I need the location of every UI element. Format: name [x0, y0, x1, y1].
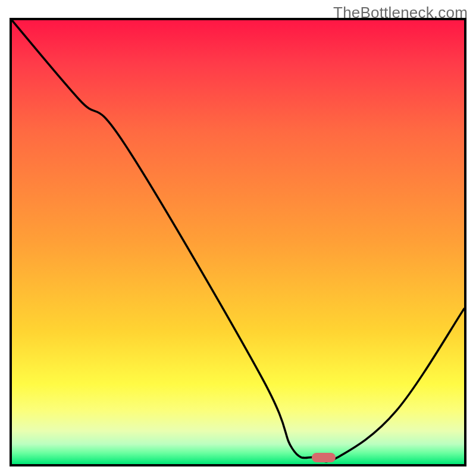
bottleneck-curve — [12, 20, 464, 464]
watermark-text: TheBottleneck.com — [333, 4, 468, 22]
bottleneck-marker — [312, 453, 336, 462]
chart-frame: TheBottleneck.com — [0, 0, 476, 476]
plot-area — [10, 18, 466, 466]
